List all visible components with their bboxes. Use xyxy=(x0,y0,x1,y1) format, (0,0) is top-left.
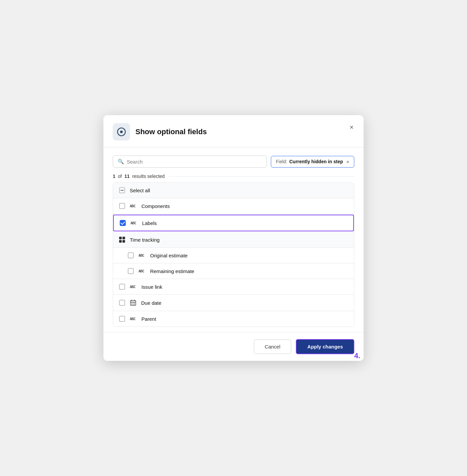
footer-step-wrap: Apply changes 4. xyxy=(296,339,354,354)
issue-link-row[interactable]: ABC Issue link xyxy=(113,279,354,295)
remaining-estimate-label: Remaining estimate xyxy=(150,268,194,274)
results-divider xyxy=(169,176,354,177)
modal-body: 🔍 Field: Currently hidden in step × 1 of… xyxy=(103,148,364,327)
modal-title: Show optional fields xyxy=(135,128,207,136)
due-date-row[interactable]: Due date xyxy=(113,295,354,311)
list-item[interactable]: 3. ABC Components xyxy=(113,198,354,214)
field-list: Select all 3. ABC Components ABC Labels xyxy=(113,182,354,327)
issue-link-label: Issue link xyxy=(141,284,162,290)
step-4-label: 4. xyxy=(354,351,360,360)
results-total: 11 xyxy=(124,174,130,179)
modal-header: Show optional fields × xyxy=(103,115,364,148)
svg-rect-10 xyxy=(133,304,133,305)
labels-checkbox[interactable] xyxy=(120,220,126,226)
svg-rect-8 xyxy=(134,303,135,303)
results-summary: 1 of 11 results selected xyxy=(113,174,354,179)
header-icon-wrap xyxy=(113,123,130,141)
results-text: 1 of 11 results selected xyxy=(113,174,165,179)
svg-rect-11 xyxy=(134,304,135,305)
abc-icon-issue-link: ABC xyxy=(130,285,135,289)
labels-label: Labels xyxy=(142,220,157,226)
eye-icon xyxy=(117,127,126,137)
select-all-checkbox[interactable] xyxy=(119,187,125,193)
parent-row[interactable]: ABC Parent xyxy=(113,311,354,326)
filter-tag-close-button[interactable]: × xyxy=(346,159,349,165)
search-icon: 🔍 xyxy=(118,159,124,165)
results-selected: 1 xyxy=(113,174,115,179)
abc-icon-original-estimate: ABC xyxy=(138,253,144,258)
grid-icon-time-tracking xyxy=(119,237,125,243)
calendar-icon xyxy=(130,299,136,306)
abc-icon-components: ABC xyxy=(130,204,135,208)
abc-icon-labels: ABC xyxy=(130,221,136,225)
due-date-checkbox[interactable] xyxy=(119,300,125,306)
remaining-estimate-row[interactable]: ABC Remaining estimate xyxy=(113,263,354,279)
parent-checkbox[interactable] xyxy=(119,316,125,322)
search-input[interactable] xyxy=(127,159,262,165)
filter-tag-value: Currently hidden in step xyxy=(289,159,343,164)
svg-point-1 xyxy=(120,131,123,133)
list-item-labels[interactable]: ABC Labels xyxy=(113,215,354,231)
issue-link-checkbox[interactable] xyxy=(119,284,125,290)
select-all-row[interactable]: Select all xyxy=(113,183,354,198)
remaining-estimate-checkbox[interactable] xyxy=(128,268,134,274)
filter-tag: Field: Currently hidden in step × xyxy=(271,156,354,168)
time-tracking-label: Time tracking xyxy=(130,237,159,243)
original-estimate-label: Original estimate xyxy=(150,253,188,258)
search-box[interactable]: 🔍 xyxy=(113,156,267,168)
original-estimate-row[interactable]: ABC Original estimate xyxy=(113,248,354,263)
modal-footer: Cancel Apply changes 4. xyxy=(103,332,364,361)
components-label: Components xyxy=(141,203,170,209)
select-all-label: Select all xyxy=(130,188,150,193)
components-checkbox[interactable] xyxy=(119,203,125,209)
parent-label: Parent xyxy=(141,316,156,322)
modal: Show optional fields × 🔍 Field: Currentl… xyxy=(103,115,364,361)
svg-rect-9 xyxy=(131,304,132,305)
apply-changes-button[interactable]: Apply changes xyxy=(296,339,354,354)
abc-icon-remaining-estimate: ABC xyxy=(138,269,144,273)
cancel-button[interactable]: Cancel xyxy=(254,339,292,354)
filter-tag-label: Field: xyxy=(276,159,287,164)
results-label: results selected xyxy=(132,174,164,179)
svg-rect-7 xyxy=(133,303,133,303)
abc-icon-parent: ABC xyxy=(130,317,135,321)
search-filter-row: 🔍 Field: Currently hidden in step × xyxy=(113,156,354,168)
original-estimate-checkbox[interactable] xyxy=(128,252,134,258)
due-date-label: Due date xyxy=(141,300,161,306)
svg-rect-6 xyxy=(131,303,132,303)
time-tracking-row: Time tracking xyxy=(113,232,354,248)
close-button[interactable]: × xyxy=(347,123,356,132)
